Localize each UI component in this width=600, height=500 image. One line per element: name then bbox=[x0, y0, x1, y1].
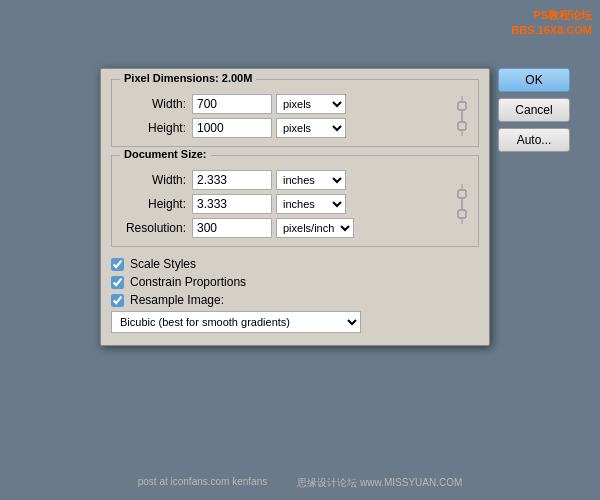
resolution-input[interactable] bbox=[192, 218, 272, 238]
pixel-height-row: Height: pixels percent bbox=[120, 118, 454, 138]
ok-button[interactable]: OK bbox=[498, 68, 570, 92]
doc-rows-column: Width: inches cm mm points picas percent… bbox=[120, 170, 454, 238]
constrain-row: Constrain Proportions bbox=[111, 275, 479, 289]
watermark-top-line2: BBS.16X8.COM bbox=[511, 23, 592, 38]
document-size-label: Document Size: bbox=[120, 148, 211, 160]
pixel-chain-icon bbox=[454, 94, 470, 138]
doc-width-row: Width: inches cm mm points picas percent bbox=[120, 170, 454, 190]
doc-width-label: Width: bbox=[120, 173, 192, 187]
resample-label: Resample Image: bbox=[130, 293, 224, 307]
svg-rect-2 bbox=[458, 190, 466, 198]
resample-checkbox[interactable] bbox=[111, 294, 124, 307]
pixel-dimensions-rows: Width: pixels percent Height: pixels per… bbox=[120, 94, 470, 138]
watermark-bottom: post at iconfans.com kenfans 思缘设计论坛 www.… bbox=[138, 476, 463, 490]
pixel-dimensions-section: Pixel Dimensions: 2.00M Width: pixels pe… bbox=[111, 79, 479, 147]
doc-height-unit-select[interactable]: inches cm mm points picas percent bbox=[276, 194, 346, 214]
resolution-row: Resolution: pixels/inch pixels/cm bbox=[120, 218, 454, 238]
checkboxes-area: Scale Styles Constrain Proportions Resam… bbox=[111, 255, 479, 335]
watermark-bottom-left: post at iconfans.com kenfans bbox=[138, 476, 268, 490]
resolution-unit-select[interactable]: pixels/inch pixels/cm bbox=[276, 218, 354, 238]
resample-method-select[interactable]: Bicubic (best for smooth gradients) Bili… bbox=[111, 311, 361, 333]
doc-width-input[interactable] bbox=[192, 170, 272, 190]
pixel-width-unit-select[interactable]: pixels percent bbox=[276, 94, 346, 114]
watermark-top-line1: PS教程论坛 bbox=[511, 8, 592, 23]
pixel-width-row: Width: pixels percent bbox=[120, 94, 454, 114]
cancel-button[interactable]: Cancel bbox=[498, 98, 570, 122]
auto-button[interactable]: Auto... bbox=[498, 128, 570, 152]
pixel-height-label: Height: bbox=[120, 121, 192, 135]
document-size-section: Document Size: Width: inches cm mm point… bbox=[111, 155, 479, 247]
doc-width-unit-select[interactable]: inches cm mm points picas percent bbox=[276, 170, 346, 190]
resolution-label: Resolution: bbox=[120, 221, 192, 235]
scale-styles-checkbox[interactable] bbox=[111, 258, 124, 271]
pixel-dimensions-label: Pixel Dimensions: 2.00M bbox=[120, 72, 256, 84]
scale-styles-label: Scale Styles bbox=[130, 257, 196, 271]
pixel-dimensions-value: 2.00M bbox=[222, 72, 253, 84]
resample-row: Resample Image: bbox=[111, 293, 479, 307]
svg-rect-1 bbox=[458, 122, 466, 130]
watermark-bottom-right: 思缘设计论坛 www.MISSYUAN.COM bbox=[297, 476, 462, 490]
doc-height-label: Height: bbox=[120, 197, 192, 211]
pixel-width-label: Width: bbox=[120, 97, 192, 111]
scale-styles-row: Scale Styles bbox=[111, 257, 479, 271]
resample-select-row: Bicubic (best for smooth gradients) Bili… bbox=[111, 311, 479, 333]
dialog-buttons: OK Cancel Auto... bbox=[498, 68, 570, 152]
image-size-dialog: Pixel Dimensions: 2.00M Width: pixels pe… bbox=[100, 68, 490, 346]
constrain-label: Constrain Proportions bbox=[130, 275, 246, 289]
doc-height-input[interactable] bbox=[192, 194, 272, 214]
pixel-width-input[interactable] bbox=[192, 94, 272, 114]
pixel-height-input[interactable] bbox=[192, 118, 272, 138]
constrain-checkbox[interactable] bbox=[111, 276, 124, 289]
svg-rect-3 bbox=[458, 210, 466, 218]
doc-chain-icon bbox=[454, 182, 470, 226]
doc-height-row: Height: inches cm mm points picas percen… bbox=[120, 194, 454, 214]
doc-size-rows: Width: inches cm mm points picas percent… bbox=[120, 170, 470, 238]
watermark-top: PS教程论坛 BBS.16X8.COM bbox=[511, 8, 592, 39]
pixel-rows-column: Width: pixels percent Height: pixels per… bbox=[120, 94, 454, 138]
pixel-height-unit-select[interactable]: pixels percent bbox=[276, 118, 346, 138]
svg-rect-0 bbox=[458, 102, 466, 110]
